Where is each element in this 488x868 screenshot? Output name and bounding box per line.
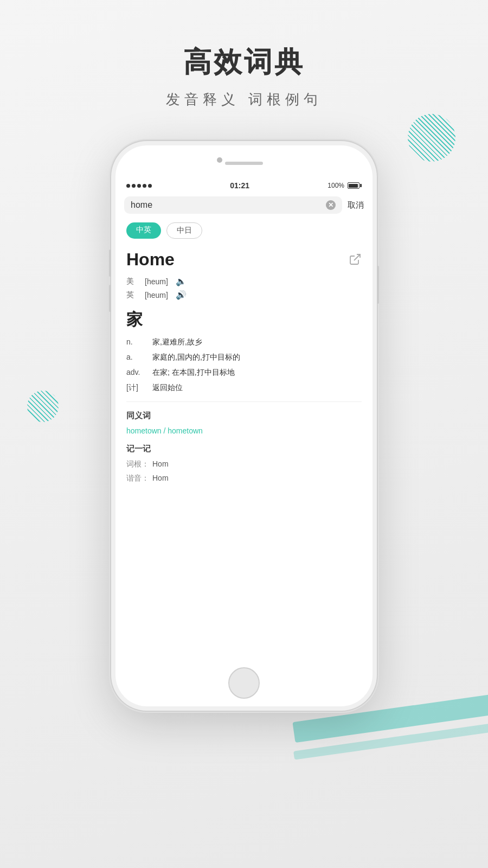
deco-circle-left [27,391,59,422]
tab-chinese-english[interactable]: 中英 [126,222,161,239]
memory-sound-label: 谐音： [126,474,152,483]
chinese-word: 家 [126,309,362,331]
pos-noun: n. [126,337,152,347]
search-input-box[interactable]: home ✕ [124,196,342,214]
share-icon[interactable] [349,253,362,266]
phonetic-ipa-us: [heum] [145,277,168,286]
status-right: 100% [328,182,362,189]
svg-line-0 [354,254,360,260]
synonyms-section-title: 同义词 [126,411,362,421]
word-header: Home [126,250,362,270]
def-text-adj: 家庭的,国内的,打中目标的 [152,353,362,362]
memory-root: 词根： Hom [126,459,362,469]
battery-tip [360,184,362,187]
memory-sound: 谐音： Hom [126,474,362,483]
section-divider [126,401,362,402]
definition-row-n: n. 家,避难所,故乡 [126,337,362,347]
word-title: Home [126,250,175,270]
definition-row-adv: adv. 在家; 在本国,打中目标地 [126,368,362,378]
search-clear-button[interactable]: ✕ [326,200,336,210]
battery-fill [349,184,358,188]
memory-sound-value: Hom [152,474,169,483]
signal-dot-1 [126,184,130,188]
phone-body: 01:21 100% home ✕ 取消 [111,141,377,711]
battery-percent: 100% [328,182,344,189]
phone-screen: 01:21 100% home ✕ 取消 [119,178,369,662]
signal-dot-5 [148,184,152,188]
speaker-icon-us[interactable]: 🔈 [176,276,187,286]
def-text-adv: 在家; 在本国,打中目标地 [152,368,362,378]
synonym-links[interactable]: hometown / hometown [126,426,362,435]
phonetic-ipa-uk: [heum] [145,291,168,299]
memory-root-value: Hom [152,459,169,469]
phonetic-lang-us: 美 [126,277,137,286]
signal-dot-4 [143,184,146,188]
search-cancel-button[interactable]: 取消 [348,200,364,210]
status-bar: 01:21 100% [119,178,369,192]
speaker-icon-uk[interactable]: 🔊 [176,290,187,300]
search-area: home ✕ 取消 [119,192,369,218]
power-button[interactable] [377,266,379,304]
def-text-noun: 家,避难所,故乡 [152,337,362,347]
volume-button-up[interactable] [109,250,111,277]
language-tabs: 中英 中日 [119,218,369,244]
page-header: 高效词典 发音释义 词根例句 [0,43,488,109]
search-input-text: home [131,200,323,210]
battery-icon [348,182,362,189]
phonetic-us: 美 [heum] 🔈 [126,276,362,286]
phone-mockup: 01:21 100% home ✕ 取消 [111,141,377,711]
signal-dot-3 [137,184,141,188]
definition-row-comp: [计] 返回始位 [126,383,362,393]
memory-root-label: 词根： [126,459,152,469]
phonetic-lang-uk: 英 [126,290,137,300]
tab-chinese-japanese[interactable]: 中日 [166,222,202,239]
deco-circle-top-right [408,114,455,162]
phone-home-button[interactable] [228,667,260,699]
phone-speaker [225,162,263,165]
signal-indicator [126,184,152,188]
page-title: 高效词典 [0,43,488,81]
battery-body [348,182,359,189]
phone-camera [217,157,222,163]
dictionary-content: Home 美 [heum] 🔈 英 [heum] 🔊 [119,244,369,658]
pos-comp: [计] [126,383,152,393]
def-text-comp: 返回始位 [152,383,362,393]
status-time: 01:21 [230,181,249,190]
signal-dot-2 [132,184,136,188]
memory-section-title: 记一记 [126,444,362,454]
volume-button-down[interactable] [109,285,111,312]
phonetic-uk: 英 [heum] 🔊 [126,290,362,300]
pos-adj: a. [126,353,152,362]
pos-adv: adv. [126,368,152,378]
page-subtitle: 发音释义 词根例句 [0,90,488,109]
definition-row-a: a. 家庭的,国内的,打中目标的 [126,353,362,362]
